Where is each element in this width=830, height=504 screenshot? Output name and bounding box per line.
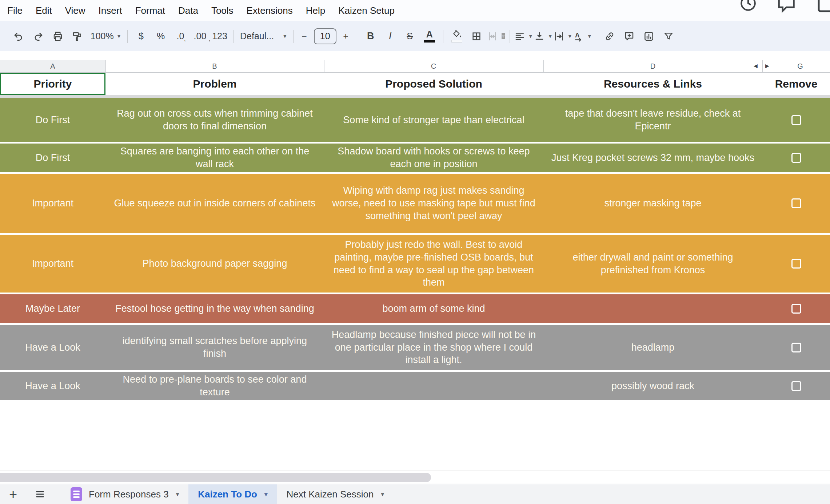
add-sheet-button[interactable]: + [5, 487, 21, 502]
decrease-decimal-button[interactable]: .0← [171, 26, 190, 47]
remove-checkbox[interactable] [791, 343, 801, 352]
menu-kaizen-setup[interactable]: Kaizen Setup [338, 5, 395, 16]
resources-cell[interactable]: either drywall and paint or something pr… [543, 235, 762, 293]
menu-file[interactable]: File [7, 5, 23, 16]
resources-cell[interactable] [543, 294, 762, 323]
increase-font-size-button[interactable]: + [339, 26, 353, 47]
sheet-tab-kaizen-to-do[interactable]: Kaizen To Do ▾ [188, 484, 277, 504]
show-hidden-columns-left-icon[interactable]: ◀ [754, 63, 758, 68]
cell-problem-header[interactable]: Problem [105, 73, 324, 95]
sheet-tab-form-responses[interactable]: Form Responses 3 ▾ [61, 484, 188, 504]
sheet-tab-next-kaizen-session[interactable]: Next Kaizen Session ▾ [277, 484, 394, 504]
resources-cell[interactable]: stronger masking tape [543, 174, 762, 233]
number-format-button[interactable]: 123 [210, 26, 230, 47]
problem-cell[interactable]: Festool hose getting in the way when san… [105, 294, 324, 323]
insert-link-button[interactable] [600, 26, 619, 47]
comment-history-icon[interactable] [776, 0, 797, 13]
priority-cell[interactable]: Important [0, 235, 105, 293]
priority-cell[interactable]: Have a Look [0, 372, 105, 400]
horizontal-align-button[interactable]: ▾ [514, 26, 533, 47]
text-wrap-button[interactable]: ▾ [553, 26, 572, 47]
paint-format-button[interactable] [68, 26, 87, 47]
resources-cell[interactable]: possibly wood rack [543, 372, 762, 400]
problem-cell[interactable]: Squares are banging into each other on t… [105, 144, 324, 172]
merge-cells-button[interactable]: ▾ [486, 26, 506, 47]
menu-extensions[interactable]: Extensions [247, 5, 293, 16]
priority-cell[interactable]: Important [0, 174, 105, 233]
all-sheets-button[interactable] [32, 490, 48, 499]
italic-button[interactable]: I [380, 26, 400, 47]
fill-color-button[interactable] [447, 26, 467, 47]
column-header-d[interactable]: D [650, 62, 655, 70]
problem-cell[interactable]: Glue squeeze out in inside corners of ca… [105, 174, 324, 233]
horizontal-scrollbar-track[interactable] [0, 470, 830, 484]
solution-cell[interactable]: Some kind of stronger tape than electric… [324, 98, 543, 142]
solution-cell[interactable]: Shadow board with hooks or screws to kee… [324, 144, 543, 172]
font-size-input[interactable]: 10 [314, 28, 336, 44]
decrease-font-size-button[interactable]: − [297, 26, 312, 47]
meet-icon[interactable] [817, 0, 830, 12]
increase-decimal-button[interactable]: .00→ [190, 26, 210, 47]
priority-cell[interactable]: Maybe Later [0, 294, 105, 323]
form-responses-icon [71, 487, 82, 501]
resources-cell[interactable]: Just Kreg pocket screws 32 mm, maybe hoo… [543, 144, 762, 172]
strikethrough-button[interactable]: S [400, 26, 420, 47]
solution-cell[interactable]: boom arm of some kind [324, 294, 543, 323]
undo-button[interactable] [9, 26, 28, 47]
resources-cell[interactable]: headlamp [543, 325, 762, 370]
remove-checkbox[interactable] [791, 259, 801, 269]
create-filter-button[interactable] [659, 26, 678, 47]
print-button[interactable] [48, 26, 68, 47]
text-color-icon: A [424, 30, 435, 43]
insert-comment-button[interactable] [619, 26, 639, 47]
column-header-b[interactable]: B [212, 62, 217, 70]
remove-checkbox[interactable] [791, 381, 801, 391]
solution-cell[interactable]: Headlamp because finished piece will not… [324, 325, 543, 370]
borders-button[interactable] [467, 26, 486, 47]
priority-cell[interactable]: Do First [0, 144, 105, 172]
solution-cell[interactable]: Wiping with damp rag just makes sanding … [324, 174, 543, 233]
redo-button[interactable] [28, 26, 48, 47]
solution-cell[interactable]: Probably just redo the wall. Best to avo… [324, 235, 543, 293]
menu-data[interactable]: Data [178, 5, 198, 16]
column-header-g[interactable]: G [797, 62, 803, 70]
column-divider [762, 60, 763, 72]
zoom-select[interactable]: 100% ▾ [87, 26, 124, 47]
problem-cell[interactable]: Photo background paper sagging [105, 235, 324, 293]
menu-tools[interactable]: Tools [211, 5, 234, 16]
remove-checkbox[interactable] [791, 153, 801, 163]
font-family-select[interactable]: Defaul... ▾ [237, 26, 290, 47]
format-currency-button[interactable]: $ [131, 26, 151, 47]
column-header-c[interactable]: C [431, 62, 436, 70]
menu-format[interactable]: Format [135, 5, 165, 16]
cell-resources-header[interactable]: Resources & Links [543, 73, 762, 95]
resources-cell[interactable]: tape that doesn't leave residue, check a… [543, 98, 762, 142]
menu-view[interactable]: View [65, 5, 85, 16]
text-rotation-button[interactable]: A ▾ [572, 26, 592, 47]
remove-checkbox[interactable] [791, 198, 801, 208]
horizontal-scrollbar-thumb[interactable] [0, 473, 431, 482]
problem-cell[interactable]: Rag out on cross cuts when trimming cabi… [105, 98, 324, 142]
show-hidden-columns-right-icon[interactable]: ▶ [765, 63, 769, 68]
remove-checkbox[interactable] [791, 115, 801, 125]
problem-cell[interactable]: identifying small scratches before apply… [105, 325, 324, 370]
bold-button[interactable]: B [361, 26, 380, 47]
problem-cell[interactable]: Need to pre-plane boards to see color an… [105, 372, 324, 400]
format-percent-button[interactable]: % [151, 26, 171, 47]
version-history-icon[interactable] [739, 0, 757, 12]
priority-cell[interactable]: Have a Look [0, 325, 105, 370]
priority-cell[interactable]: Do First [0, 98, 105, 142]
cell-priority-header[interactable]: Priority [0, 73, 105, 95]
chevron-down-icon: ▾ [176, 491, 179, 497]
cell-remove-header[interactable]: Remove [762, 73, 830, 95]
menu-edit[interactable]: Edit [36, 5, 52, 16]
vertical-align-button[interactable]: ▾ [533, 26, 553, 47]
text-color-button[interactable]: A [420, 26, 439, 47]
solution-cell[interactable] [324, 372, 543, 400]
column-header-a[interactable]: A [50, 62, 55, 70]
menu-help[interactable]: Help [306, 5, 325, 16]
menu-insert[interactable]: Insert [99, 5, 122, 16]
cell-solution-header[interactable]: Proposed Solution [324, 73, 543, 95]
remove-checkbox[interactable] [791, 304, 801, 314]
insert-chart-button[interactable] [639, 26, 659, 47]
